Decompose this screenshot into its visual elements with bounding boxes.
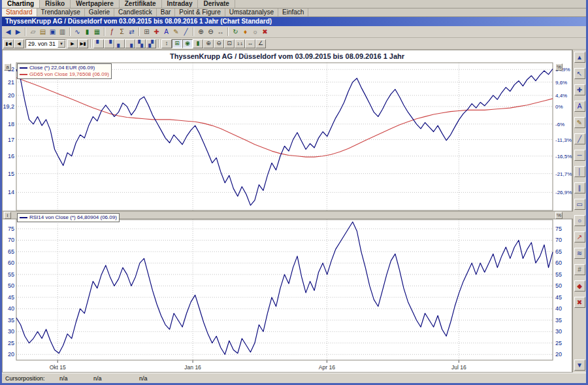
cursor-icon[interactable]: ↖ xyxy=(574,68,585,79)
delete-tool-icon[interactable]: ✖ xyxy=(574,297,585,308)
arrow-tool-icon[interactable]: ↗ xyxy=(574,231,585,243)
measure-button[interactable]: ∠ xyxy=(255,39,266,48)
toolbar-separator xyxy=(69,27,71,36)
indicator-icon[interactable]: ƒ xyxy=(107,27,117,37)
previous-chart-button[interactable]: ◀ xyxy=(14,39,24,48)
zoom-out-icon[interactable]: ⊖ xyxy=(206,27,216,37)
svg-text:20: 20 xyxy=(555,351,562,358)
refresh-icon[interactable]: ↻ xyxy=(231,27,240,37)
sub-tab-standard[interactable]: Standard xyxy=(2,8,37,16)
rsi-legend[interactable]: RSI14 von Close (*) 64,80904 (06.09) xyxy=(17,213,120,222)
menu-tab-zertifikate[interactable]: Zertifikate xyxy=(120,0,162,8)
svg-text:35: 35 xyxy=(555,317,562,324)
candlestick-toggle-button[interactable]: ▮ xyxy=(193,39,203,48)
pan-icon[interactable]: ↔ xyxy=(216,27,225,37)
main-toolbar: ◀▶▱▤▣▥∿▮▦ƒΣ⇄⊞✚A✎╱⊕⊖↔↻♦☼✖ xyxy=(2,26,586,38)
svg-text:-26,9%: -26,9% xyxy=(555,190,572,195)
pencil-tool-icon[interactable]: ✎ xyxy=(574,117,585,128)
zoom-preset-1-button[interactable]: ▘ xyxy=(93,39,104,48)
svg-text:0%: 0% xyxy=(555,104,563,110)
rsi-settings-button[interactable]: i xyxy=(4,212,11,219)
rsi-scale-button[interactable]: % xyxy=(555,212,563,219)
scroll-down-icon[interactable]: ▼ xyxy=(574,360,585,371)
sub-tab-bar[interactable]: Bar xyxy=(157,8,176,16)
sub-tab-umsatzanalyse[interactable]: Umsatzanalyse xyxy=(225,8,278,16)
line-chart-icon[interactable]: ∿ xyxy=(73,27,82,37)
svg-text:9,6%: 9,6% xyxy=(555,80,567,86)
zoom-preset-4-button[interactable]: ▗ xyxy=(125,39,135,48)
save-chart-icon[interactable]: ▣ xyxy=(48,27,57,37)
settings-icon[interactable]: ☼ xyxy=(250,27,260,37)
crosshair-tool-icon[interactable]: ✚ xyxy=(574,84,585,95)
bar-chart-icon[interactable]: ▦ xyxy=(92,27,102,37)
draw-icon[interactable]: ✎ xyxy=(171,27,181,37)
svg-text:45: 45 xyxy=(8,294,14,301)
text-tool-icon[interactable]: A xyxy=(574,101,585,112)
zoom-preset-5-button[interactable]: ▚ xyxy=(135,39,146,48)
menu-tab-charting[interactable]: Charting xyxy=(2,0,40,8)
fibonacci-tool-icon[interactable]: ≋ xyxy=(574,248,585,259)
candlestick-chart-icon[interactable]: ▮ xyxy=(82,27,92,37)
trendline-icon[interactable]: ╱ xyxy=(181,27,191,37)
menu-tab-derivate[interactable]: Derivate xyxy=(198,0,235,8)
forward-icon[interactable]: ▶ xyxy=(13,27,23,37)
zoom-in-button[interactable]: ⊕ xyxy=(203,39,214,48)
chart-position-dropdown[interactable]: 29. von 31▼ xyxy=(25,39,66,48)
close-series-line xyxy=(16,69,553,206)
sub-tab-candlestick[interactable]: Candlestick xyxy=(114,8,157,16)
svg-text:20: 20 xyxy=(8,92,14,99)
sub-tab-point-figure[interactable]: Point & Figure xyxy=(175,8,225,16)
zoom-window-button[interactable]: ⊡ xyxy=(224,39,235,48)
channel-tool-icon[interactable]: ∥ xyxy=(574,182,585,193)
marker-tool-icon[interactable]: ◆ xyxy=(574,280,585,292)
svg-text:65: 65 xyxy=(555,248,562,255)
scale-mode-button[interactable]: ↕ xyxy=(161,39,172,48)
snap-toggle-button[interactable]: ◉ xyxy=(182,39,193,48)
dropdown-arrow-icon[interactable]: ▼ xyxy=(57,40,65,48)
last-chart-button[interactable]: ▶▮ xyxy=(78,39,88,48)
crosshair-icon[interactable]: ✚ xyxy=(152,27,161,37)
legend-label: RSI14 von Close (*) 64,80904 (06.09) xyxy=(29,214,117,221)
print-icon[interactable]: ▥ xyxy=(57,27,67,37)
zoom-reset-button[interactable]: 1:1 xyxy=(235,39,245,48)
new-chart-icon[interactable]: ▱ xyxy=(28,27,38,37)
first-chart-button[interactable]: ▮◀ xyxy=(3,39,14,48)
pan-button[interactable]: ↔ xyxy=(245,39,255,48)
scroll-up-icon[interactable]: ▲ xyxy=(574,52,585,63)
price-axis-settings-button[interactable]: a xyxy=(4,63,11,71)
rectangle-tool-icon[interactable]: ▭ xyxy=(574,199,585,210)
grid-toggle-button[interactable]: ⊞ xyxy=(172,39,182,48)
zoom-in-icon[interactable]: ⊕ xyxy=(196,27,206,37)
zoom-preset-3-button[interactable]: ▖ xyxy=(114,39,125,48)
sub-tab-galerie[interactable]: Galerie xyxy=(85,8,114,16)
text-annotation-icon[interactable]: A xyxy=(161,27,171,37)
zoom-preset-6-button[interactable]: ▞ xyxy=(146,39,156,48)
formula-icon[interactable]: Σ xyxy=(117,27,127,37)
back-icon[interactable]: ◀ xyxy=(3,27,13,37)
price-percent-scale-button[interactable]: % xyxy=(555,63,563,71)
horizontal-line-tool-icon[interactable]: ─ xyxy=(574,150,585,161)
sub-tab-einfach[interactable]: Einfach xyxy=(278,8,308,16)
sub-tab-trendanalyse[interactable]: Trendanalyse xyxy=(37,8,85,16)
next-chart-button[interactable]: ▶ xyxy=(67,39,78,48)
alert-icon[interactable]: ♦ xyxy=(240,27,250,37)
compare-icon[interactable]: ⇄ xyxy=(127,27,137,37)
grid-icon[interactable]: ⊞ xyxy=(142,27,152,37)
menu-tab-intraday[interactable]: Intraday xyxy=(162,0,199,8)
cursor-value-1: n/a xyxy=(59,375,68,382)
zoom-preset-2-button[interactable]: ▝ xyxy=(104,39,114,48)
chart-window-title: ThyssenKrupp AG / Düsseldorf vom 03.09.2… xyxy=(5,18,272,25)
menu-tab-wertpapiere[interactable]: Wertpapiere xyxy=(71,0,120,8)
ellipse-tool-icon[interactable]: ○ xyxy=(574,215,585,226)
price-legend[interactable]: Close (*) 22,04 EUR (06.09)GD65 von Clos… xyxy=(17,63,112,79)
grid-tool-icon[interactable]: # xyxy=(574,264,585,275)
open-chart-icon[interactable]: ▤ xyxy=(38,27,48,37)
chart-canvas[interactable]: 2214,9%219,6%204,4%19,20%18-6%17-11,3%16… xyxy=(3,50,573,373)
trendline-tool-icon[interactable]: ╱ xyxy=(574,133,585,144)
status-bar: Cursorposition: n/a n/a n/a xyxy=(2,373,586,383)
vertical-line-tool-icon[interactable]: │ xyxy=(574,166,585,177)
delete-icon[interactable]: ✖ xyxy=(260,27,270,37)
zoom-out-button[interactable]: ⊖ xyxy=(214,39,224,48)
legend-item: GD65 von Close 19,76508 (06.09) xyxy=(20,71,109,78)
menu-tab-risiko[interactable]: Risiko xyxy=(40,0,71,8)
